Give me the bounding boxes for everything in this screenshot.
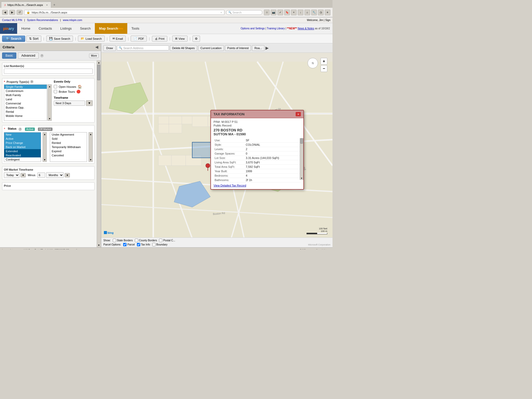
tab-advanced[interactable]: Advanced: [18, 52, 38, 59]
prop-commercial[interactable]: Commercial: [4, 101, 47, 105]
tf-unit-arrow[interactable]: ▼: [65, 173, 70, 177]
status-active[interactable]: Active: [4, 137, 41, 141]
bookmark-icon[interactable]: ☆: [264, 10, 270, 15]
draw-button[interactable]: Draw: [103, 45, 116, 51]
status-under-agreement[interactable]: Under Agreement: [50, 132, 87, 137]
status-reactivated[interactable]: Reactivated: [4, 153, 41, 157]
status-expired[interactable]: Expired: [50, 149, 87, 153]
view-detailed-tax-link[interactable]: View Detailed Tax Record: [214, 184, 301, 187]
active-scroll-down[interactable]: ▼: [43, 158, 46, 162]
system-recommendations-link[interactable]: System Recommendations: [27, 19, 58, 22]
map-search-box[interactable]: 🔍 Search Address: [117, 45, 169, 50]
status-canceled[interactable]: Canceled: [50, 153, 87, 157]
nav-search[interactable]: Search: [76, 23, 95, 34]
nav-contacts[interactable]: Contacts: [35, 23, 56, 34]
broker-tours-checkbox[interactable]: [54, 90, 57, 93]
load-search-button[interactable]: 📂 Load Search: [78, 36, 104, 42]
bookmark2-icon[interactable]: 🔖: [284, 10, 290, 15]
screenshot-icon[interactable]: 📷: [271, 10, 276, 15]
off-scroll-down[interactable]: ▼: [89, 158, 92, 162]
boundary-option[interactable]: Boundary: [152, 243, 168, 246]
more-button[interactable]: More: [89, 54, 99, 58]
status-temp-withdrawn[interactable]: Temporarily Withdrawn: [50, 145, 87, 149]
checklist-icon[interactable]: ✓: [277, 10, 283, 15]
website-link[interactable]: www.mlspin.com: [63, 19, 82, 22]
url-box[interactable]: 🔒 https://h3u.m.../Search.aspx ×: [24, 10, 224, 15]
home-icon[interactable]: ⌂: [304, 10, 310, 15]
active-tab[interactable]: p https://h3u.m.../Search.aspx ×: [1, 2, 51, 8]
download-icon[interactable]: ↓: [298, 10, 303, 15]
status-price-change[interactable]: Price Change: [4, 141, 41, 145]
tax-popup-close-button[interactable]: ×: [296, 112, 301, 116]
save-search-button[interactable]: 💾 Save Search: [46, 36, 73, 42]
training-library-link[interactable]: Training Library: [267, 27, 285, 30]
print-button[interactable]: 🖨 Print: [152, 36, 168, 42]
zoom-out-button[interactable]: −: [321, 65, 327, 72]
property-type-info-icon[interactable]: ?: [30, 80, 34, 83]
off-market-tf-select[interactable]: Today: [4, 172, 19, 178]
scroll-down-btn[interactable]: ▼: [48, 117, 51, 121]
active-scroll-up[interactable]: ▲: [43, 132, 46, 136]
options-settings-link[interactable]: Options and Settings: [241, 27, 265, 30]
sidebar-scroll-up[interactable]: ▲: [97, 61, 101, 65]
puzzle-icon[interactable]: 🔧: [311, 10, 317, 15]
prop-land[interactable]: Land: [4, 97, 47, 101]
nav-map-search[interactable]: Map Search Beta: [95, 23, 127, 34]
property-type-list[interactable]: Single Family Condominium Multi Family L…: [4, 84, 47, 121]
boundary-checkbox[interactable]: [152, 243, 156, 246]
prop-rental[interactable]: Rental: [4, 110, 47, 114]
view-button[interactable]: ⊞ View: [172, 36, 188, 42]
reload-button[interactable]: ↺: [17, 10, 23, 15]
tf-number-input[interactable]: [37, 172, 45, 178]
off-market-scrollbar[interactable]: ▲ ▼: [89, 132, 93, 162]
map-more-button[interactable]: ▶: [265, 45, 269, 50]
off-scroll-up[interactable]: ▲: [89, 132, 92, 136]
pdf-button[interactable]: 📄 PDF: [131, 36, 147, 42]
settings-button[interactable]: ⚙: [192, 36, 200, 42]
county-borders-option[interactable]: County Borders: [135, 239, 157, 242]
status-info-icon[interactable]: ?: [18, 128, 22, 131]
sidebar-scrollbar[interactable]: ▲ ▼: [97, 61, 101, 247]
active-status-list[interactable]: New Active Price Change Back on Market E…: [4, 132, 41, 162]
timeframe-arrow[interactable]: ▼: [86, 100, 93, 106]
tf-arrow[interactable]: ▼: [21, 173, 26, 177]
tab-info-icon[interactable]: ?: [40, 54, 44, 57]
search-button[interactable]: 🔍 Search: [2, 36, 25, 42]
tax-table-scroll-down[interactable]: ▼: [300, 177, 303, 179]
tax-info-option[interactable]: Tax Info: [137, 243, 150, 246]
current-location-button[interactable]: Current Location: [198, 45, 224, 51]
menu-icon[interactable]: ≡: [325, 10, 330, 15]
nav-tools[interactable]: Tools: [127, 23, 143, 34]
map-canvas[interactable]: Falomi Dr Sutton Rd Boston Rd + − N TA: [101, 53, 332, 247]
tab-basic[interactable]: Basic: [2, 52, 16, 59]
active-status-scrollbar[interactable]: ▲ ▼: [43, 132, 47, 162]
state-borders-option[interactable]: State Borders: [113, 239, 133, 242]
property-type-scrollbar[interactable]: ▲ ▼: [48, 84, 52, 121]
nav-listings[interactable]: Listings: [56, 23, 76, 34]
prop-mobile-home[interactable]: Mobile Home: [4, 114, 47, 118]
status-rented[interactable]: Rented: [50, 141, 87, 145]
postal-checkbox[interactable]: [159, 239, 162, 242]
tf-unit-select[interactable]: Months: [46, 172, 64, 178]
off-market-status-list[interactable]: Under Agreement Sold Rented Temporarily …: [50, 132, 87, 162]
scroll-up-btn[interactable]: ▲: [48, 85, 51, 88]
forward-button[interactable]: ▶: [9, 10, 15, 15]
prop-multi-family[interactable]: Multi Family: [4, 93, 47, 97]
status-extended[interactable]: Extended: [4, 149, 41, 153]
tax-info-checkbox[interactable]: [137, 243, 140, 246]
list-number-input[interactable]: [4, 69, 93, 74]
history-icon[interactable]: ◷: [318, 10, 324, 15]
status-back-on-market[interactable]: Back on Market: [4, 145, 41, 149]
tab-close-button[interactable]: ×: [46, 3, 48, 6]
sidebar-collapse-button[interactable]: ◀: [95, 45, 98, 49]
status-new[interactable]: New: [4, 132, 41, 137]
prop-single-family[interactable]: Single Family: [4, 85, 47, 89]
prop-condominium[interactable]: Condominium: [4, 89, 47, 93]
parcel-option[interactable]: Parcel: [123, 243, 135, 246]
email-button[interactable]: ✉ Email: [110, 36, 126, 42]
status-sold[interactable]: Sold: [50, 137, 87, 141]
timeframe-value[interactable]: Next 3 Days: [54, 101, 85, 106]
back-button[interactable]: ◀: [2, 10, 8, 15]
status-contingent[interactable]: Contingent: [4, 157, 41, 162]
postal-option[interactable]: Postal C...: [159, 239, 175, 242]
